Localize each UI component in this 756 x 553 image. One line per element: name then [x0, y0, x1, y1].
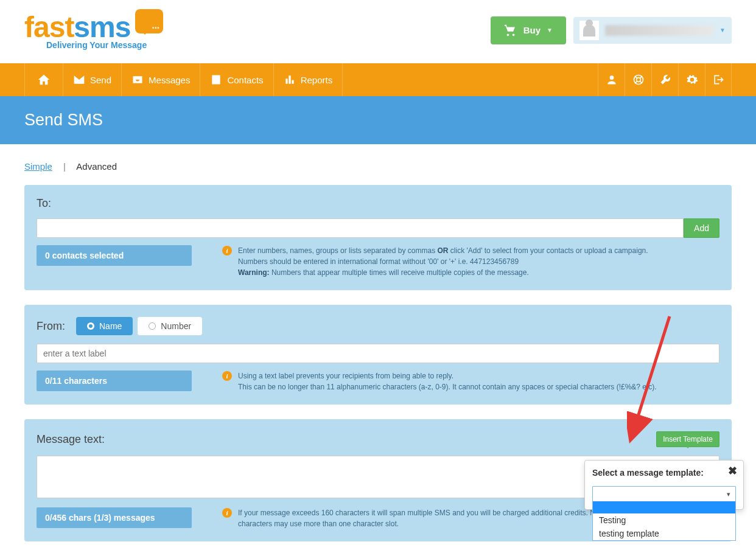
- info-icon: i: [222, 246, 232, 256]
- dropdown-item-highlight[interactable]: [593, 501, 735, 513]
- lifebuoy-icon: [632, 74, 645, 86]
- template-popover: ✖ Select a message template: Testing tes…: [584, 460, 744, 510]
- nav-support[interactable]: [625, 63, 651, 96]
- template-select[interactable]: Testing testing template: [592, 486, 736, 502]
- radio-icon: [87, 322, 94, 330]
- nav-logout[interactable]: [705, 63, 732, 96]
- insert-template-button[interactable]: Insert Template: [656, 431, 719, 447]
- user-name-label: [605, 25, 713, 36]
- from-input[interactable]: [37, 344, 719, 363]
- chevron-down-icon: ▼: [547, 27, 553, 33]
- dropdown-list: Testing testing template: [592, 501, 736, 541]
- from-status: 0/11 characters: [37, 370, 192, 391]
- from-toggle-name[interactable]: Name: [76, 317, 133, 335]
- buy-label: Buy: [523, 25, 541, 35]
- cart-icon: [504, 24, 517, 37]
- to-status: 0 contacts selected: [37, 245, 192, 266]
- to-panel: To: Add 0 contacts selected i Enter numb…: [24, 185, 732, 290]
- wrench-icon: [659, 74, 671, 86]
- nav-send[interactable]: Send: [63, 63, 122, 96]
- logo-part1: fast: [24, 10, 74, 44]
- page-title: Send SMS: [0, 96, 756, 144]
- tab-advanced[interactable]: Advanced: [76, 161, 117, 172]
- nav-user[interactable]: [598, 63, 625, 96]
- from-toggle-number[interactable]: Number: [138, 317, 202, 335]
- dropdown-item[interactable]: Testing: [593, 513, 735, 527]
- home-icon: [37, 73, 51, 86]
- bar-chart-icon: [284, 74, 296, 86]
- gear-icon: [686, 74, 698, 86]
- nav-home[interactable]: [24, 63, 63, 96]
- contact-icon: [210, 74, 222, 86]
- envelope-icon: [73, 74, 85, 86]
- nav-messages[interactable]: Messages: [122, 63, 200, 96]
- chevron-down-icon: ▼: [719, 27, 726, 33]
- inbox-icon: [131, 74, 144, 86]
- logo[interactable]: fastsms Delivering Your Message: [24, 10, 163, 50]
- speech-bubble-icon: [135, 9, 163, 33]
- message-label: Message text:: [37, 433, 105, 446]
- radio-icon: [149, 322, 156, 330]
- nav-tools[interactable]: [651, 63, 678, 96]
- to-label: To:: [37, 197, 719, 210]
- close-icon[interactable]: ✖: [728, 464, 737, 478]
- user-menu[interactable]: ▼: [573, 17, 732, 44]
- nav-settings[interactable]: [678, 63, 705, 96]
- message-status: 0/456 chars (1/3) messages: [37, 507, 192, 528]
- to-help: i Enter numbers, names, groups or lists …: [222, 245, 719, 278]
- svg-point-1: [636, 78, 640, 82]
- info-icon: i: [222, 508, 232, 518]
- popover-title: Select a message template:: [592, 468, 736, 478]
- buy-button[interactable]: Buy ▼: [491, 16, 566, 44]
- logo-part2: sms: [74, 10, 130, 44]
- logo-tagline: Delivering Your Message: [46, 40, 163, 50]
- from-panel: From: Name Number 0/11 characters i U: [24, 305, 732, 405]
- add-button[interactable]: Add: [684, 218, 719, 238]
- avatar: [579, 21, 599, 40]
- tab-simple[interactable]: Simple: [24, 161, 52, 172]
- from-label: From:: [37, 320, 65, 333]
- dropdown-item[interactable]: testing template: [593, 527, 735, 540]
- nav-contacts[interactable]: Contacts: [200, 63, 273, 96]
- info-icon: i: [222, 371, 232, 381]
- person-icon: [606, 74, 618, 86]
- main-nav: Send Messages Contacts Reports: [0, 63, 756, 96]
- nav-reports[interactable]: Reports: [274, 63, 343, 96]
- from-help: i Using a text label prevents your recip…: [222, 370, 719, 392]
- to-input[interactable]: [37, 218, 684, 238]
- header-top: fastsms Delivering Your Message Buy ▼ ▼: [0, 0, 756, 63]
- tab-bar: Simple | Advanced: [24, 161, 732, 172]
- logout-icon: [712, 74, 724, 86]
